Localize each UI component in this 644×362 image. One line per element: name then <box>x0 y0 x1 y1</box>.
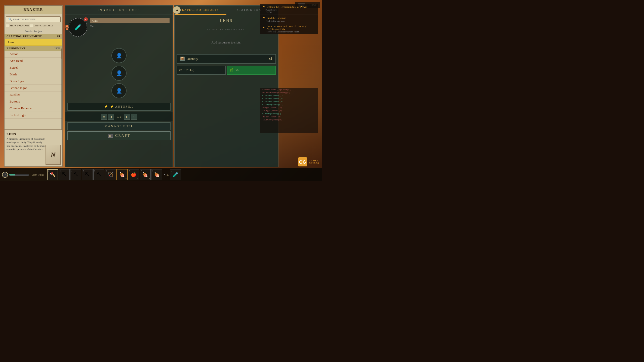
manage-fuel-button[interactable]: MANAGE FUEL <box>67 122 171 130</box>
search-input[interactable] <box>13 18 58 21</box>
craft-button[interactable]: R CRAFT <box>67 131 171 140</box>
show-unknown-checkbox[interactable] <box>6 24 9 27</box>
slot-num-1: 1 <box>48 170 49 172</box>
hotbar-slot-8[interactable]: 8 🍎 7 <box>128 169 139 180</box>
tab-expected-results[interactable]: EXPECTED RESULTS <box>175 6 226 15</box>
main-ingredient-slot[interactable]: 🧪 ✕ <box>68 18 87 37</box>
log-item-6: -6 Ingot (Nickel) (17) <box>260 106 318 109</box>
craft-key: R <box>108 134 113 138</box>
hotbar-slot-5[interactable]: 5 ⛏ <box>93 169 104 180</box>
weight-icon: ⚖ <box>179 68 182 72</box>
xp-fill <box>9 174 15 175</box>
log-item-0: -1 Mixed Plants (Cape Aloe) (7) <box>260 88 318 91</box>
recipe-item-etched-ingot[interactable]: Etched Ingot <box>5 112 62 119</box>
recipe-item-barrel[interactable]: Barrel <box>5 64 62 71</box>
recipe-item-action[interactable]: Action <box>5 51 62 58</box>
bottom-hud: ✕ 0:49 10:29 1 🪓 2 ⛏ 3 ⛏ 4 ⛏ 5 ⛏ 6 🏹 7 🍖… <box>0 168 322 181</box>
gg-text-block: GAMER GUIDES <box>309 159 319 164</box>
empty-slots-area: 👤 👤 👤 <box>65 45 173 101</box>
empty-slot-2[interactable]: 👤 <box>111 66 127 81</box>
recipe-item-counter-balance[interactable]: Counter Balance <box>5 105 62 112</box>
skip-first-btn[interactable]: ⏮ <box>101 114 107 120</box>
recipe-item-brass-ingot[interactable]: Brass Ingot <box>5 78 62 85</box>
slot-num-0: 0 <box>152 170 153 172</box>
autofill-icon: ⚡ <box>104 105 108 109</box>
slot-num-2: 2 <box>60 170 61 172</box>
slot-icon-1: 🪓 <box>50 172 55 177</box>
item-card: N <box>46 145 61 165</box>
ingredient-name-bar: Glass <box>90 18 170 23</box>
recipe-item-lens[interactable]: Lens <box>5 39 62 46</box>
gamer-guides-logo: GG GAMER GUIDES <box>298 157 319 166</box>
refinement-label: REFINEMENT <box>7 47 25 50</box>
gg-label: GAMER <box>309 159 319 162</box>
slot-count-7: 15 <box>125 177 127 180</box>
log-item-5: +23 Ingot (Nickel) (23) <box>260 103 318 106</box>
quest-title-text-1: Find the Lawman <box>267 16 286 19</box>
slot-icon-2: ⛏ <box>62 172 66 177</box>
slot-count-8: 7 <box>137 177 138 180</box>
item-title: LENS <box>7 132 60 136</box>
quest-star-2: ★ <box>262 26 265 29</box>
next-btn[interactable]: ▶ <box>124 114 130 120</box>
recipe-item-axe-head[interactable]: Axe Head <box>5 58 62 64</box>
time-value: 30s <box>235 68 239 72</box>
gg-guides-label: GUIDES <box>309 162 319 164</box>
hotbar-slot-1[interactable]: 1 🪓 <box>47 169 58 180</box>
back-arrow-button[interactable]: ◂ <box>173 6 181 14</box>
recipe-item-blade[interactable]: Blade <box>5 71 62 78</box>
gg-icon: GG <box>298 157 307 166</box>
hotbar-slot-0[interactable]: 0 🍖 <box>151 169 162 180</box>
gear-score-label: Gear Score <box>262 9 316 11</box>
recipe-item-buttons[interactable]: Buttons <box>5 98 62 105</box>
empty-slot-1[interactable]: 👤 <box>111 48 127 63</box>
refinement-section-header: REFINEMENT 28/28 <box>5 46 62 51</box>
skip-last-btn[interactable]: ⏭ <box>131 114 137 120</box>
hotbar-slot-9[interactable]: 9 🍖 9 <box>140 169 151 180</box>
filter-row: SHOW UNKNOWN ONLY CRAFTABLE <box>5 24 62 29</box>
recipe-item-bronze-ingot[interactable]: Bronze Ingot <box>5 85 62 92</box>
slot-icon-9: 🍖 <box>142 172 148 177</box>
hotbar-slot-7[interactable]: 7 🍖 15 <box>116 169 128 180</box>
empty-slot-3[interactable]: 👤 <box>111 83 127 98</box>
recipe-item-buckles[interactable]: Buckles <box>5 92 62 98</box>
autofill-button[interactable]: ⚡ ⚡ AUTOFILL <box>67 103 171 111</box>
hotbar-slot-q[interactable]: Q 🧪 <box>170 169 181 180</box>
hotbar-slot-4[interactable]: 4 ⛏ <box>82 169 93 180</box>
prev-btn[interactable]: ◀ <box>108 114 114 120</box>
slot-num-4: 4 <box>83 170 84 172</box>
main-slot-area: 🏺 🧪 ✕ <box>68 18 87 42</box>
weight-value: 0.25 kg <box>184 68 193 72</box>
xp-bar <box>9 174 29 176</box>
hotbar-slot-6[interactable]: 6 🏹 <box>105 169 116 180</box>
quantity-value: x1 <box>269 57 272 61</box>
empty-slot-icon-2: 👤 <box>116 70 122 76</box>
panel-title: BRAZIER <box>5 6 62 14</box>
center-panel: INGREDIENT SLOTS 🏺 🧪 ✕ Glass 0/2 👤 👤 <box>65 5 173 167</box>
hotbar-slot-3[interactable]: 3 ⛏ <box>70 169 81 180</box>
quantity-row: 📦 Quantity x1 <box>177 54 276 64</box>
slot-icon-7: 🍖 <box>119 172 125 177</box>
remove-slot-btn[interactable]: ✕ <box>84 17 88 21</box>
ingredient-header: INGREDIENT SLOTS <box>65 6 173 15</box>
search-box[interactable]: 🔍 <box>6 16 61 22</box>
crafting-count: 1/1 <box>57 35 60 38</box>
activity-log: -1 Mixed Plants (Cape Aloe) (7) -60 Raw … <box>260 88 318 133</box>
only-craftable-checkbox[interactable] <box>30 24 33 27</box>
only-craftable-toggle[interactable]: ONLY CRAFTABLE <box>30 24 53 27</box>
slot-num-7: 7 <box>117 170 118 172</box>
hotbar-slot-2[interactable]: 2 ⛏ <box>59 169 70 180</box>
clock-display: 10:29 <box>38 173 45 176</box>
only-craftable-label: ONLY CRAFTABLE <box>34 24 53 27</box>
crafting-label: CRAFTING: REFINEMENT <box>7 35 42 38</box>
ingredient-count: 0/2 <box>90 24 170 27</box>
quest-title-1: ★ Find the Lawman <box>262 16 316 20</box>
time-icon: 🌿 <box>229 68 233 72</box>
quest-title-text-0: Unlock the Herbarium Site of Power <box>267 5 307 8</box>
show-unknown-label: SHOW UNKNOWN <box>10 24 29 27</box>
slot-num-3: 3 <box>71 170 72 172</box>
show-unknown-toggle[interactable]: SHOW UNKNOWN <box>6 24 29 27</box>
quest-subtitle-1: Talk to the Lawman <box>262 20 316 22</box>
search-icon: 🔍 <box>8 18 12 21</box>
stats-row: ⚖ 0.25 kg 🌿 30s <box>177 66 276 75</box>
